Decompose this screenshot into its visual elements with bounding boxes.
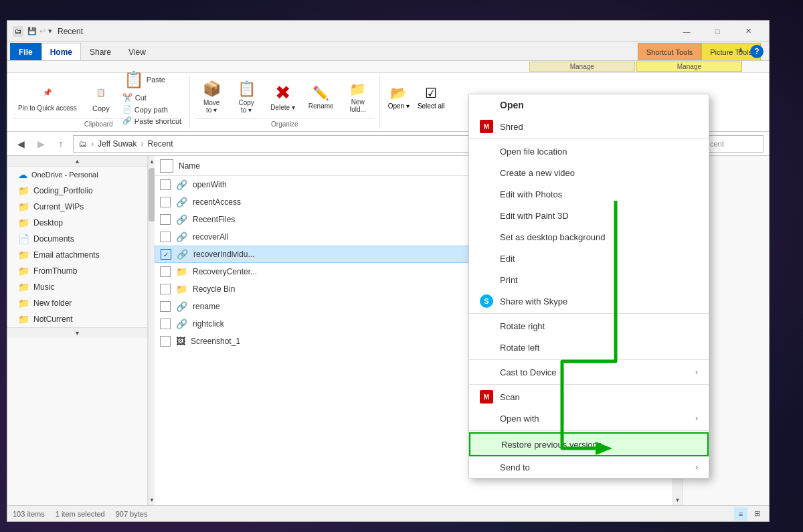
delete-button[interactable]: ✖ Delete ▾ xyxy=(265,76,300,118)
ctx-rotate-left[interactable]: Rotate left xyxy=(469,337,709,358)
file-icon-recoverall: 🔗 xyxy=(176,232,187,242)
paste-button[interactable]: 📋 Paste xyxy=(120,68,169,92)
sidebar-item-coding[interactable]: 📁 Coding_Portfolio xyxy=(7,183,147,199)
ctx-open-file-location[interactable]: Open file location xyxy=(469,141,709,162)
back-button[interactable]: ◀ xyxy=(13,136,29,152)
ctx-edit[interactable]: Edit xyxy=(469,248,709,269)
ctx-open-file-location-label: Open file location xyxy=(500,147,567,157)
help-button[interactable]: ? xyxy=(750,45,764,58)
rename-button[interactable]: ✏️ Rename xyxy=(303,76,339,118)
status-bar: 103 items 1 item selected 907 bytes ≡ ⊞ xyxy=(7,505,769,521)
sidebar-item-fromthumb[interactable]: 📁 FromThumb xyxy=(7,263,147,279)
ctx-scan-label: Scan xyxy=(500,392,520,402)
file-checkbox-recentaccess[interactable] xyxy=(160,197,171,207)
sidebar-item-email[interactable]: 📁 Email attachments xyxy=(7,247,147,263)
ctx-create-video[interactable]: Create a new video xyxy=(469,162,709,183)
pin-icon: 📌 xyxy=(37,82,58,103)
selected-count: 1 item selected xyxy=(56,510,105,518)
sidebar-scroll[interactable]: ▲ ☁ OneDrive - Personal 📁 Coding_Portfol… xyxy=(7,156,147,505)
ctx-cast-device-label: Cast to Device xyxy=(500,367,557,377)
name-column-header[interactable]: Name xyxy=(179,161,200,171)
sidebar-item-onedrive[interactable]: ☁ OneDrive - Personal xyxy=(7,167,147,183)
minimize-button[interactable]: — xyxy=(671,21,702,42)
ribbon-collapse-btn[interactable]: ▲ xyxy=(737,45,745,54)
toolbar-dropdown-btn[interactable]: ▾ xyxy=(48,27,52,35)
ctx-set-desktop-bg[interactable]: Set as desktop background xyxy=(469,226,709,248)
sidebar-item-music[interactable]: 📁 Music xyxy=(7,279,147,295)
sidebar-item-documents[interactable]: 📄 Documents xyxy=(7,231,147,247)
folder-icon-wips: 📁 xyxy=(18,201,29,212)
ctx-edit-photos[interactable]: Edit with Photos xyxy=(469,183,709,205)
file-scroll-down-arrow[interactable]: ▼ xyxy=(673,495,682,505)
file-checkbox-recoverycenter[interactable] xyxy=(160,266,171,277)
file-checkbox-recoverindividu[interactable]: ✓ xyxy=(161,249,171,260)
window-title: Recent xyxy=(58,27,671,36)
mcafee-scan-icon: M xyxy=(480,390,493,404)
tab-shortcut-tools[interactable]: Shortcut Tools xyxy=(638,43,702,60)
tab-file[interactable]: File xyxy=(10,43,41,60)
sidebar-item-notcurrent[interactable]: 📁 NotCurrent xyxy=(7,311,147,327)
ctx-open[interactable]: Open xyxy=(469,94,709,116)
select-all-btn[interactable]: ☑ Select all xyxy=(418,85,445,110)
ctx-send-to[interactable]: Send to › xyxy=(469,456,709,478)
ctx-shred[interactable]: M Shred xyxy=(469,116,709,137)
ctx-open-with[interactable]: Open with › xyxy=(469,408,709,429)
tab-share[interactable]: Share xyxy=(81,43,120,60)
close-button[interactable]: ✕ xyxy=(733,21,764,42)
ctx-share-skype[interactable]: S Share with Skype xyxy=(469,290,709,312)
file-checkbox-screenshot1[interactable] xyxy=(160,336,171,347)
select-all-checkbox[interactable] xyxy=(160,159,173,173)
file-size: 907 bytes xyxy=(116,510,148,518)
copy-path-button[interactable]: 📄 Copy path xyxy=(120,104,184,115)
file-icon-rename: 🔗 xyxy=(176,301,187,312)
ctx-send-to-icon xyxy=(480,460,493,474)
ctx-shred-label: Shred xyxy=(500,122,523,132)
ctx-open-with-arrow: › xyxy=(695,414,698,423)
ctx-cast-device-icon xyxy=(480,365,493,379)
file-checkbox-openwith[interactable] xyxy=(160,179,171,190)
tab-view[interactable]: View xyxy=(120,43,155,60)
pin-label: Pin to Quick access xyxy=(18,104,77,112)
file-checkbox-recoverall[interactable] xyxy=(160,232,171,242)
sidebar-item-label-email: Email attachments xyxy=(33,250,100,260)
move-to-button[interactable]: 📦 Moveto ▾ xyxy=(195,76,228,118)
new-folder-button[interactable]: 📁 Newfold... xyxy=(342,76,374,118)
copy-to-icon: 📋 xyxy=(238,80,256,98)
ctx-cast-device[interactable]: Cast to Device › xyxy=(469,361,709,383)
sidebar-item-desktop[interactable]: 📁 Desktop xyxy=(7,215,147,231)
manage-label-1: Manage xyxy=(529,62,635,72)
ctx-print[interactable]: Print xyxy=(469,269,709,290)
ctx-rotate-right[interactable]: Rotate right xyxy=(469,315,709,337)
open-icon: 📂 xyxy=(390,85,407,101)
file-checkbox-rightclick[interactable] xyxy=(160,319,171,329)
maximize-button[interactable]: □ xyxy=(702,21,733,42)
tab-home[interactable]: Home xyxy=(41,43,81,60)
pin-to-quick-access-button[interactable]: 📌 Pin to Quick access xyxy=(13,76,82,118)
ctx-send-to-label: Send to xyxy=(500,462,530,472)
folder-icon-coding: 📁 xyxy=(18,185,29,196)
details-view-button[interactable]: ≡ xyxy=(734,507,747,521)
sidebar-item-label-coding: Coding_Portfolio xyxy=(33,186,93,195)
sidebar-item-label-onedrive: OneDrive - Personal xyxy=(31,171,98,179)
sidebar-item-newfolder[interactable]: 📁 New folder xyxy=(7,295,147,311)
ctx-scan[interactable]: M Scan xyxy=(469,386,709,408)
copy-to-button[interactable]: 📋 Copyto ▾ xyxy=(230,76,262,118)
cut-button[interactable]: ✂️ Cut xyxy=(120,92,184,104)
sidebar-scroll-up[interactable]: ▲ xyxy=(7,156,147,167)
new-folder-label: Newfold... xyxy=(349,98,365,113)
file-checkbox-rename[interactable] xyxy=(160,301,171,312)
file-checkbox-recentfiles[interactable] xyxy=(160,214,171,225)
large-icons-view-button[interactable]: ⊞ xyxy=(750,507,764,521)
undo-quick-btn[interactable]: ↩ xyxy=(39,27,46,35)
ctx-restore-versions[interactable]: Restore previous versions xyxy=(469,432,709,456)
forward-button[interactable]: ▶ xyxy=(33,136,49,152)
copy-button[interactable]: 📋 Copy xyxy=(85,76,117,118)
sidebar-item-wips[interactable]: 📁 Current_WIPs xyxy=(7,199,147,215)
sidebar-scroll-down[interactable]: ▼ xyxy=(7,327,147,338)
up-button[interactable]: ↑ xyxy=(53,136,69,152)
file-checkbox-recyclebin[interactable] xyxy=(160,284,171,294)
sidebar-item-label-documents: Documents xyxy=(33,234,74,244)
save-quick-btn[interactable]: 💾 xyxy=(27,27,37,35)
ctx-edit-paint3d[interactable]: Edit with Paint 3D xyxy=(469,205,709,226)
open-btn[interactable]: 📂 Open ▾ xyxy=(388,85,410,110)
